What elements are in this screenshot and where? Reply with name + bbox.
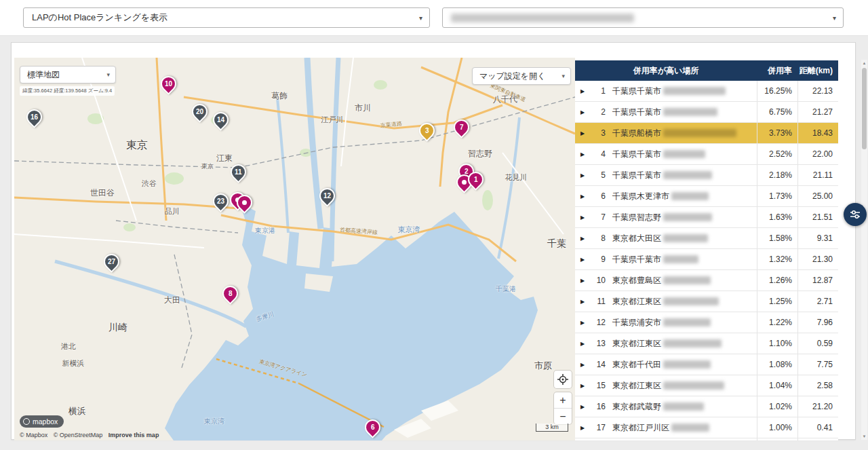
zoom-out-button[interactable]: − xyxy=(554,408,572,424)
expand-row-icon[interactable]: ▶ xyxy=(580,88,588,94)
zoom-in-button[interactable]: + xyxy=(554,392,572,408)
map-pin-14[interactable]: 14 xyxy=(210,109,232,131)
blurred-place-name xyxy=(663,318,711,326)
expand-row-icon[interactable]: ▶ xyxy=(580,383,588,389)
settings-sliders-icon xyxy=(849,208,861,221)
table-row[interactable]: ▶3千葉県船橋市3.73%18.43 xyxy=(575,123,838,144)
ranking-type-select-value: LAPのHot Placeランキングを表示 xyxy=(32,12,167,24)
cell-place: ▶5千葉県千葉市 xyxy=(575,165,757,185)
map-pin-10[interactable]: 10 xyxy=(157,73,180,95)
cell-distance: 0.41 xyxy=(797,417,838,438)
expand-row-icon[interactable]: ▶ xyxy=(580,257,588,263)
rank-number: 9 xyxy=(588,255,606,264)
map-style-select[interactable]: 標準地図 ▾ xyxy=(20,66,116,83)
cell-place: ▶4千葉県千葉市 xyxy=(575,144,757,164)
cell-rate: 1.08% xyxy=(757,354,797,375)
table-row[interactable]: ▶17東京都江戸川区1.00%0.41 xyxy=(575,417,838,438)
main-panel: 京葉道路東関東自動車道首都高速湾岸線東京湾アクアライン 葛飾市川八千代東京江戸川… xyxy=(11,42,856,440)
cell-distance: 2.58 xyxy=(797,375,838,396)
cell-place: ▶6千葉県木更津市 xyxy=(575,186,757,206)
place-name: 東京都江東区 xyxy=(612,296,661,307)
table-row[interactable]: ▶7千葉県習志野1.63%21.51 xyxy=(575,207,838,228)
scroll-down-icon[interactable]: ▼ xyxy=(861,433,867,440)
ranking-type-select[interactable]: LAPのHot Placeランキングを表示 ▾ xyxy=(23,7,430,28)
improve-map-link[interactable]: Improve this map xyxy=(108,432,159,438)
map-pin-11[interactable]: 11 xyxy=(227,161,250,183)
map-pin-6[interactable]: 6 xyxy=(361,416,384,438)
place-name: 千葉県千葉市 xyxy=(612,86,661,97)
cell-place: ▶14東京都千代田 xyxy=(575,354,757,375)
expand-row-icon[interactable]: ▶ xyxy=(580,404,588,410)
expand-row-icon[interactable]: ▶ xyxy=(580,320,588,326)
map-pin-7[interactable]: 7 xyxy=(450,116,473,138)
map-pin-20[interactable]: 20 xyxy=(189,100,211,123)
scroll-up-icon[interactable]: ▲ xyxy=(861,60,867,67)
attribution-mapbox-link[interactable]: © Mapbox xyxy=(20,432,47,438)
ranking-table: 併用率が高い場所 併用率 距離(km) ▶1千葉県千葉市16.25%22.13▶… xyxy=(575,60,838,440)
table-row[interactable]: ▶15東京都江東区1.04%2.58 xyxy=(575,375,838,396)
expand-row-icon[interactable]: ▶ xyxy=(580,151,588,157)
map-settings-button[interactable]: マップ設定を開く ▾ xyxy=(472,67,571,85)
attribution-osm-link[interactable]: © OpenStreetMap xyxy=(54,432,103,438)
place-name: 千葉県船橋市 xyxy=(612,128,661,139)
table-row[interactable]: ▶2千葉県千葉市6.75%21.27 xyxy=(575,102,838,123)
expand-row-icon[interactable]: ▶ xyxy=(580,172,588,179)
map-pin-12[interactable]: 12 xyxy=(316,185,338,207)
rank-number: 5 xyxy=(588,170,606,180)
cell-rate: 1.04% xyxy=(757,375,797,396)
table-row[interactable]: ▶11東京都江東区1.25%2.71 xyxy=(575,291,838,312)
table-row[interactable]: ▶14東京都千代田1.08%7.75 xyxy=(575,354,838,375)
secondary-select[interactable]: ▾ xyxy=(442,7,844,28)
blurred-place-name xyxy=(663,276,711,284)
cell-distance: 12.87 xyxy=(797,270,838,290)
mapbox-logo-icon xyxy=(23,418,30,425)
table-row[interactable]: ▶1千葉県千葉市16.25%22.13 xyxy=(575,81,838,102)
table-row[interactable]: ▶16東京都武蔵野1.02%21.20 xyxy=(575,396,838,417)
locate-me-button[interactable] xyxy=(554,371,572,388)
map-pin-8[interactable]: 8 xyxy=(219,282,241,305)
map-pin-23[interactable]: 23 xyxy=(210,190,232,212)
place-name: 千葉県浦安市 xyxy=(612,317,661,329)
expand-row-icon[interactable]: ▶ xyxy=(580,299,588,305)
cell-rate: 1.63% xyxy=(757,207,797,227)
cell-distance: 21.20 xyxy=(797,396,838,417)
table-row[interactable]: ▶13東京都江東区1.10%0.59 xyxy=(575,333,838,354)
place-name: 千葉県千葉市 xyxy=(612,107,661,118)
pin-number: 7 xyxy=(460,124,464,131)
expand-row-icon[interactable]: ▶ xyxy=(580,193,588,200)
pin-number: 27 xyxy=(108,258,115,265)
table-row[interactable]: ▶9千葉県千葉市1.32%21.30 xyxy=(575,249,838,270)
map-canvas[interactable]: 京葉道路東関東自動車道首都高速湾岸線東京湾アクアライン 葛飾市川八千代東京江戸川… xyxy=(14,58,575,440)
table-row[interactable]: ▶5千葉県千葉市2.18%21.11 xyxy=(575,165,838,186)
expand-row-icon[interactable]: ▶ xyxy=(580,214,588,221)
expand-row-icon[interactable]: ▶ xyxy=(580,236,588,242)
mapbox-logo[interactable]: mapbox xyxy=(20,415,64,428)
pin-dot-icon xyxy=(242,200,247,205)
cell-place: ▶9千葉県千葉市 xyxy=(575,249,757,269)
cell-rate: 1.32% xyxy=(757,249,797,269)
cell-place: ▶7千葉県習志野 xyxy=(575,207,757,227)
expand-row-icon[interactable]: ▶ xyxy=(580,130,588,136)
expand-row-icon[interactable]: ▶ xyxy=(580,425,588,431)
expand-row-icon[interactable]: ▶ xyxy=(580,278,588,284)
table-row[interactable]: ▶10東京都豊島区1.26%12.87 xyxy=(575,270,838,291)
table-row[interactable]: ▶8東京都大田区1.58%9.31 xyxy=(575,228,838,249)
cell-distance: 21.30 xyxy=(797,249,838,269)
expand-row-icon[interactable]: ▶ xyxy=(580,362,588,368)
table-row[interactable]: ▶6千葉県木更津市1.73%25.00 xyxy=(575,186,838,207)
rank-number: 2 xyxy=(588,107,606,117)
table-row[interactable]: ▶4千葉県千葉市2.52%22.00 xyxy=(575,144,838,165)
rank-number: 8 xyxy=(588,233,606,243)
map-pin-27[interactable]: 27 xyxy=(100,250,123,273)
pin-number: 1 xyxy=(474,176,478,183)
table-row[interactable]: ▶18東京都 xyxy=(575,438,838,440)
expand-row-icon[interactable]: ▶ xyxy=(580,341,588,347)
map-pin-16[interactable]: 16 xyxy=(23,106,45,128)
map-scale: 3 km xyxy=(536,424,568,432)
table-row[interactable]: ▶12千葉県浦安市1.22%7.96 xyxy=(575,312,838,333)
filter-toggle-button[interactable] xyxy=(844,203,867,226)
expand-row-icon[interactable]: ▶ xyxy=(580,109,588,115)
map-pin-3[interactable]: 3 xyxy=(416,119,438,142)
scrollbar-thumb[interactable] xyxy=(862,68,867,149)
table-scrollbar[interactable]: ▲ ▼ xyxy=(861,60,867,440)
